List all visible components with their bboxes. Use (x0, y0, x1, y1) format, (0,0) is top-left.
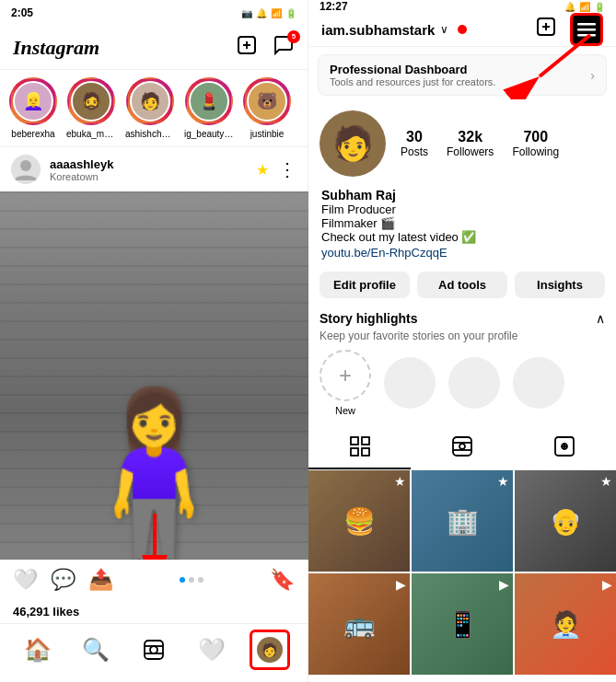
like-icon[interactable]: 🤍 (13, 568, 38, 592)
tagged-tab[interactable] (514, 425, 616, 469)
red-arrow-down (136, 514, 173, 560)
dot (189, 577, 194, 583)
profile-handle: iam.subhamstark (321, 22, 435, 38)
likes-nav-right[interactable]: 🤍 (500, 676, 540, 682)
reels-nav-button[interactable] (134, 630, 174, 670)
photo-cell[interactable]: ★ 🍔 (308, 470, 410, 572)
svg-rect-13 (577, 23, 596, 26)
following-label: Following (512, 145, 559, 158)
insights-button[interactable]: Insights (515, 272, 605, 298)
status-bar-left: 2:05 📷 🔔 📶 🔋 (0, 0, 308, 26)
messages-badge: 5 (287, 30, 300, 43)
save-icon[interactable]: 🔖 (270, 568, 295, 592)
bottom-nav-right: 🏠 🔍 🤍 🧑 (308, 675, 616, 682)
posts-count: 30 (406, 129, 423, 145)
story-avatar: 🧑 (130, 81, 170, 121)
highlight-new[interactable]: + New (320, 350, 371, 416)
status-bar-right: 12:27 🔔 📶 🔋 (308, 0, 616, 13)
profile-nav-right[interactable]: 🧑 (558, 676, 599, 682)
home-nav-button[interactable]: 🏠 (17, 630, 58, 670)
highlights-subtitle: Keep your favorite stories on your profi… (320, 329, 605, 342)
time-right: 12:27 (320, 0, 348, 13)
likes-count: 46,291 likes (13, 605, 79, 618)
share-icon[interactable]: 📤 (88, 568, 113, 592)
highlight-circle[interactable] (384, 357, 436, 409)
photo-reels-icon: ▶ (499, 577, 509, 592)
dashboard-title: Professional Dashboard (330, 63, 495, 76)
highlight-circle[interactable] (513, 357, 564, 409)
profile-name: Subham Raj (321, 188, 603, 202)
stat-following[interactable]: 700 Following (512, 129, 559, 158)
home-nav-right[interactable]: 🏠 (326, 676, 366, 682)
photo-cell[interactable]: ★ 👴 (515, 470, 616, 572)
story-item[interactable]: 💄 ig_beautybra... (184, 77, 234, 139)
profile-picture: 🧑 (320, 110, 386, 177)
post-image: 🧍‍♀️ (0, 191, 308, 560)
story-item[interactable]: 🐻 justinbie (243, 77, 291, 139)
dashboard-chevron-icon: › (590, 68, 595, 83)
story-item[interactable]: 🧑 ashishchanc... (125, 77, 175, 139)
svg-point-23 (459, 444, 465, 449)
svg-point-7 (150, 646, 157, 653)
stat-followers[interactable]: 32k Followers (447, 129, 494, 158)
dot (198, 577, 203, 583)
add-post-button[interactable] (236, 34, 258, 62)
add-content-button[interactable] (535, 16, 557, 43)
followers-count: 32k (458, 129, 482, 145)
status-icons-right: 🔔 📶 🔋 (564, 2, 605, 12)
bottom-nav-left: 🏠 🔍 🤍 🧑 (0, 623, 308, 675)
profile-bio-1: Film Producer (321, 202, 603, 216)
new-highlight-label: New (335, 405, 355, 416)
highlight-item[interactable] (384, 357, 436, 409)
highlight-circle[interactable] (448, 357, 500, 409)
photo-cell[interactable]: ▶ 🧑‍💼 (515, 573, 616, 675)
profile-bio-3: Check out my latest video ✅ (321, 230, 603, 244)
menu-button[interactable] (570, 13, 603, 46)
likes-nav-button[interactable]: 🤍 (192, 630, 232, 670)
profile-avatar-nav: 🧑 (257, 637, 283, 663)
svg-point-3 (20, 160, 31, 171)
post-user-avatar (11, 155, 41, 184)
header-right: iam.subhamstark ∨ (308, 13, 616, 47)
messages-button[interactable]: 5 (273, 34, 295, 62)
professional-dashboard[interactable]: Professional Dashboard Tools and resourc… (318, 54, 607, 96)
grid-tab[interactable] (308, 425, 411, 469)
photo-cell[interactable]: ▶ 🚌 (308, 573, 410, 675)
likes-bar: 46,291 likes (0, 599, 308, 623)
new-highlight-circle[interactable]: + (320, 350, 371, 401)
reels-tab[interactable] (411, 425, 513, 469)
post-user-info: aaaashleyk Koreatown (50, 157, 247, 182)
profile-details: Subham Raj Film Producer Filmmaker 🎬 Che… (308, 184, 616, 268)
story-avatar: 👱‍♀️ (13, 81, 53, 121)
svg-rect-22 (453, 437, 471, 456)
photo-grid: ★ 🍔 ★ 🏢 ★ 👴 ▶ 🚌 ▶ 📱 ▶ 🧑‍💼 (308, 470, 616, 675)
highlights-collapse-icon[interactable]: ∧ (596, 311, 605, 326)
story-item[interactable]: 👱‍♀️ beberexha (9, 77, 57, 139)
ad-tools-button[interactable]: Ad tools (417, 272, 507, 298)
dashboard-subtitle: Tools and resources just for creators. (330, 76, 495, 87)
edit-profile-button[interactable]: Edit profile (320, 272, 410, 298)
highlights-section: Story highlights ∧ Keep your favorite st… (308, 306, 616, 422)
comment-icon[interactable]: 💬 (51, 568, 76, 592)
stat-posts[interactable]: 30 Posts (401, 129, 428, 158)
photo-cell[interactable]: ▶ 📱 (412, 573, 513, 675)
highlight-item[interactable] (448, 357, 500, 409)
post-location: Koreatown (50, 171, 247, 182)
reels-nav-right[interactable] (442, 676, 482, 682)
story-item[interactable]: 🧔 ebuka_mordi (66, 77, 116, 139)
post-actions: 🤍 💬 📤 🔖 (0, 560, 308, 599)
action-buttons: Edit profile Ad tools Insights (308, 268, 616, 306)
highlights-title: Story highlights (320, 311, 418, 326)
time-left: 2:05 (11, 6, 33, 19)
svg-rect-18 (351, 437, 358, 445)
following-count: 700 (523, 129, 548, 145)
dashboard-text: Professional Dashboard Tools and resourc… (330, 63, 495, 87)
profile-link[interactable]: youtu.be/En-RhpCzqqE (321, 246, 447, 260)
svg-rect-6 (145, 641, 163, 659)
more-options-icon[interactable]: ⋮ (278, 158, 296, 180)
search-nav-right[interactable]: 🔍 (384, 676, 424, 682)
profile-nav-button[interactable]: 🧑 (250, 630, 290, 670)
search-nav-button[interactable]: 🔍 (76, 630, 116, 670)
photo-cell[interactable]: ★ 🏢 (412, 470, 513, 572)
highlight-item[interactable] (513, 357, 564, 409)
